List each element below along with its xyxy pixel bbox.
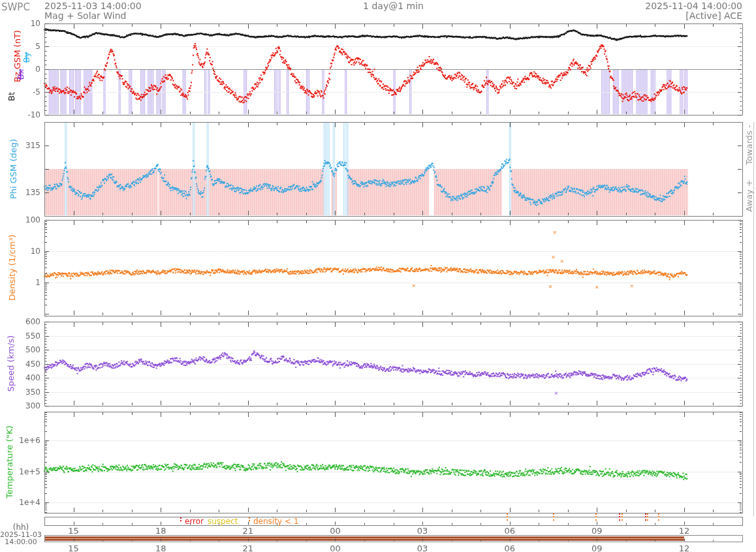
hour-label: 00 [319, 526, 351, 536]
hour-label-range: 06 [494, 544, 526, 552]
hour-label: 21 [232, 526, 264, 536]
away-sector-label: Away + [744, 179, 754, 212]
legend-item: suspect [208, 517, 238, 526]
y-tick-label: 350 [1, 388, 40, 397]
hour-label: 12 [668, 526, 701, 536]
y-tick-label: 135 [1, 188, 40, 197]
solar-wind-plots-canvas[interactable] [0, 0, 756, 552]
y-tick-label: 600 [1, 317, 40, 326]
legend-item: density < 1 [253, 517, 298, 526]
legend-item: error [185, 517, 204, 526]
y-tick-label: 1e+4 [1, 498, 40, 507]
satellite-status: [Active] ACE [685, 10, 742, 21]
hour-label: 15 [57, 526, 90, 536]
y-tick-label: 10 [1, 247, 40, 256]
y-tick-label: 450 [1, 360, 40, 369]
y-tick-label: 500 [1, 345, 40, 354]
y-tick-label: -10 [1, 110, 40, 119]
plot-end-time: 2025-11-04 14:00:00 [645, 1, 742, 11]
y-tick-label: 5 [1, 42, 40, 51]
y-tick-label: 1 [1, 278, 40, 287]
towards-sector-label: Towards - [744, 125, 754, 164]
hour-label-range: 03 [406, 544, 439, 552]
hour-label: 06 [494, 526, 526, 536]
by-toggle-label[interactable]: By [22, 52, 31, 63]
hour-label-range: 09 [580, 544, 613, 552]
plot-subtitle: Mag + Solar Wind [44, 10, 127, 21]
y-tick-label: -5 [1, 87, 40, 97]
y-tick-label: 100 [1, 215, 40, 224]
y-tick-label: 1e+6 [1, 436, 40, 445]
hour-label-range: 12 [668, 544, 701, 552]
hour-label-range: 15 [57, 544, 90, 552]
hour-label-range: 21 [232, 544, 264, 552]
time-range-slider[interactable] [44, 534, 742, 544]
hour-label: 03 [406, 526, 439, 536]
swpc-brand: SWPC [1, 1, 30, 13]
y-tick-label: 0 [1, 65, 40, 74]
y-tick-label: 10 [1, 19, 40, 28]
hour-label: 18 [144, 526, 177, 536]
y-tick-label: 550 [1, 331, 40, 341]
hour-label: 09 [580, 526, 613, 536]
footer-time: 14:00:00 [0, 538, 42, 546]
hour-label-range: 00 [319, 544, 351, 552]
y-tick-label: 1e+5 [1, 467, 40, 476]
y-tick-label: 400 [1, 373, 40, 382]
y-tick-label: 300 [1, 401, 40, 410]
hour-label-range: 18 [144, 544, 177, 552]
plot-cadence: 1 day@1 min [44, 1, 742, 11]
y-tick-label: 315 [1, 141, 40, 150]
density-axis-label: Density (1/cm³) [7, 234, 17, 300]
